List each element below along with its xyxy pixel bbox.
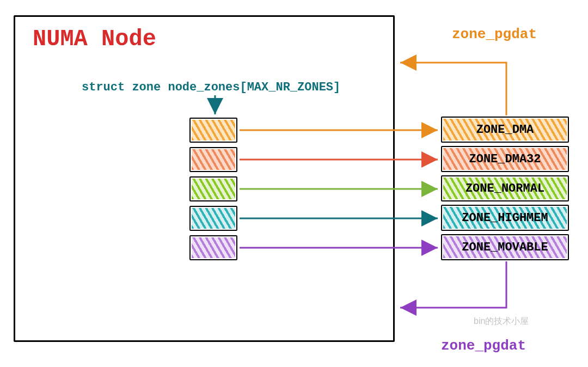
- zone-dma-box: ZONE_DMA: [441, 117, 569, 143]
- array-cell-highmem: [189, 206, 237, 231]
- title: NUMA Node: [33, 26, 156, 52]
- zone-dma-label: ZONE_DMA: [476, 123, 534, 137]
- arrow-zone-pgdat-top: [400, 63, 506, 115]
- array-cell-dma32: [189, 147, 237, 172]
- arrow-zone-pgdat-bottom: [400, 261, 506, 308]
- zone-movable-label: ZONE_MOVABLE: [462, 241, 548, 254]
- watermark: bin的技术小屋: [474, 316, 529, 327]
- zone-dma32-label: ZONE_DMA32: [469, 152, 541, 166]
- zone-normal-box: ZONE_NORMAL: [441, 175, 569, 201]
- zone-highmem-label: ZONE_HIGHMEM: [462, 211, 548, 225]
- array-cell-dma: [189, 118, 237, 143]
- zone-dma32-box: ZONE_DMA32: [441, 146, 569, 172]
- array-cell-normal: [189, 176, 237, 201]
- zone-pgdat-bottom-label: zone_pgdat: [441, 338, 526, 354]
- array-cell-movable: [189, 235, 237, 260]
- zone-pgdat-top-label: zone_pgdat: [452, 26, 537, 42]
- zone-highmem-box: ZONE_HIGHMEM: [441, 205, 569, 231]
- zone-movable-box: ZONE_MOVABLE: [441, 234, 569, 260]
- zone-normal-label: ZONE_NORMAL: [465, 182, 544, 195]
- struct-zone-label: struct zone node_zones[MAX_NR_ZONES]: [82, 81, 340, 94]
